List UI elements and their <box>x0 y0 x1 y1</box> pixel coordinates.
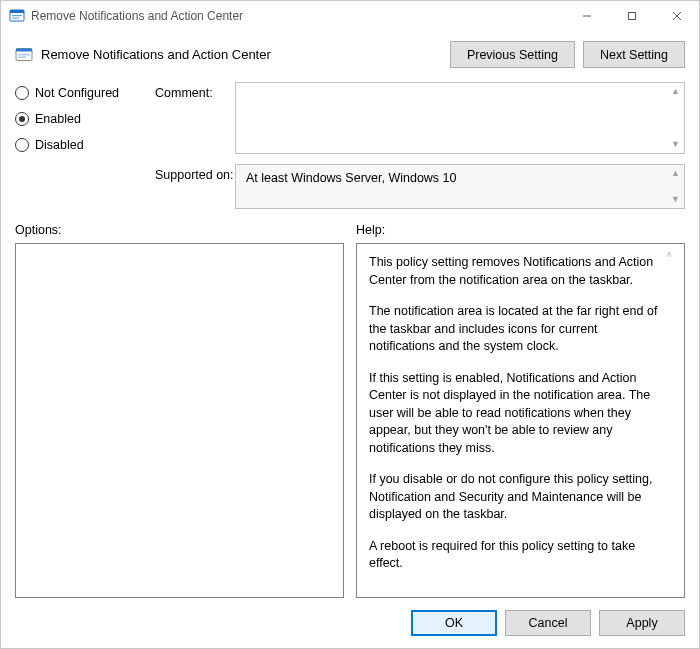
help-paragraph: If you disable or do not configure this … <box>369 471 662 524</box>
svg-rect-1 <box>10 10 24 13</box>
footer-buttons: OK Cancel Apply <box>15 598 685 636</box>
minimize-button[interactable] <box>564 1 609 31</box>
header-row: Remove Notifications and Action Center P… <box>15 41 685 68</box>
scroll-down-icon: ▼ <box>671 140 680 149</box>
scroll-up-icon: ∧ <box>666 248 680 261</box>
state-group: Not Configured Enabled Disabled <box>15 82 155 152</box>
ok-button[interactable]: OK <box>411 610 497 636</box>
help-paragraph: The notification area is located at the … <box>369 303 662 356</box>
options-label: Options: <box>15 223 344 237</box>
options-panel <box>15 243 344 598</box>
supported-field: At least Windows Server, Windows 10 ▲ ▼ <box>235 164 685 209</box>
help-paragraph: This policy setting removes Notification… <box>369 254 662 289</box>
radio-label: Disabled <box>35 138 84 152</box>
help-paragraph: If this setting is enabled, Notification… <box>369 370 662 458</box>
next-setting-button[interactable]: Next Setting <box>583 41 685 68</box>
scroll-up-icon: ▲ <box>671 169 680 178</box>
policy-icon <box>15 46 33 64</box>
help-scrollbar[interactable]: ∧ <box>666 248 680 593</box>
radio-icon <box>15 86 29 100</box>
window-buttons <box>564 1 699 31</box>
help-panel: This policy setting removes Notification… <box>356 243 685 598</box>
radio-icon <box>15 138 29 152</box>
supported-value: At least Windows Server, Windows 10 <box>246 171 457 185</box>
app-icon <box>9 8 25 24</box>
radio-label: Enabled <box>35 112 81 126</box>
radio-icon <box>15 112 29 126</box>
comment-label: Comment: <box>155 82 235 100</box>
supported-label: Supported on: <box>155 164 235 182</box>
apply-button[interactable]: Apply <box>599 610 685 636</box>
titlebar: Remove Notifications and Action Center <box>1 1 699 31</box>
state-disabled[interactable]: Disabled <box>15 138 155 152</box>
state-enabled[interactable]: Enabled <box>15 112 155 126</box>
svg-rect-9 <box>16 48 32 51</box>
comment-field[interactable]: ▲ ▼ <box>235 82 685 154</box>
state-not-configured[interactable]: Not Configured <box>15 86 155 100</box>
policy-title: Remove Notifications and Action Center <box>41 47 442 62</box>
previous-setting-button[interactable]: Previous Setting <box>450 41 575 68</box>
cancel-button[interactable]: Cancel <box>505 610 591 636</box>
content: Remove Notifications and Action Center P… <box>1 31 699 648</box>
help-paragraph: A reboot is required for this policy set… <box>369 538 662 573</box>
svg-rect-2 <box>12 15 22 16</box>
scroll-down-icon: ▼ <box>671 195 680 204</box>
close-button[interactable] <box>654 1 699 31</box>
help-label: Help: <box>356 223 685 237</box>
svg-rect-3 <box>12 18 19 19</box>
top-grid: Not Configured Enabled Disabled Comment:… <box>15 82 685 209</box>
panels: This policy setting removes Notification… <box>15 243 685 598</box>
section-labels: Options: Help: <box>15 223 685 237</box>
svg-rect-5 <box>628 13 635 20</box>
maximize-button[interactable] <box>609 1 654 31</box>
scroll-up-icon: ▲ <box>671 87 680 96</box>
radio-label: Not Configured <box>35 86 119 100</box>
window-title: Remove Notifications and Action Center <box>31 9 564 23</box>
help-text: This policy setting removes Notification… <box>369 254 662 587</box>
svg-rect-10 <box>18 54 30 55</box>
svg-rect-11 <box>18 56 26 57</box>
